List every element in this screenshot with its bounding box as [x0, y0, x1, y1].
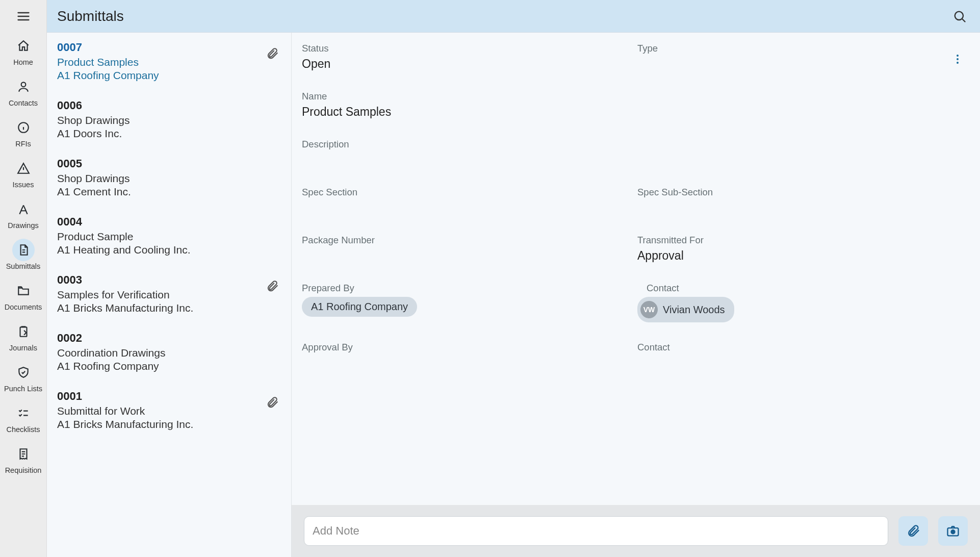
value-package-number [302, 249, 629, 263]
label-package-number: Package Number [302, 235, 629, 246]
sidebar-item-documents[interactable]: Documents [4, 275, 42, 316]
submittal-company: A1 Cement Inc. [57, 186, 281, 198]
label-prepared-contact: Contact [637, 283, 965, 294]
attachment-icon [906, 524, 920, 538]
label-transmitted-for: Transmitted For [637, 235, 965, 246]
camera-button[interactable] [938, 516, 968, 546]
submittal-title: Shop Drawings [57, 114, 281, 126]
menu-button[interactable] [11, 4, 36, 29]
info-icon [12, 116, 35, 139]
hamburger-icon [16, 9, 31, 23]
value-transmitted-for: Approval [637, 249, 965, 263]
sidebar-item-label: Drawings [8, 221, 38, 230]
sidebar-item-requisition[interactable]: Requisition [4, 439, 42, 479]
attach-button[interactable] [898, 516, 928, 546]
submittal-list-item[interactable]: 0001Submittal for WorkA1 Bricks Manufact… [47, 384, 291, 442]
add-note-input[interactable] [304, 516, 888, 546]
label-spec-section: Spec Section [302, 187, 629, 198]
value-approval-by [302, 356, 629, 370]
submittal-number: 0001 [57, 390, 281, 403]
sidebar-item-label: Punch Lists [4, 385, 42, 393]
field-status: Status Open [302, 43, 629, 71]
value-type [637, 57, 965, 71]
checklist-icon [12, 402, 35, 424]
sidebar-item-punchlists[interactable]: Punch Lists [4, 357, 42, 398]
receipt-icon [12, 443, 35, 465]
label-name: Name [302, 91, 965, 102]
label-spec-sub-section: Spec Sub-Section [637, 187, 965, 198]
label-approval-by: Approval By [302, 342, 629, 353]
label-status: Status [302, 43, 629, 54]
submittal-list-item[interactable]: 0002Coordination DrawingsA1 Roofing Comp… [47, 325, 291, 384]
submittal-number: 0003 [57, 273, 281, 287]
attachment-icon [266, 280, 279, 295]
svg-point-6 [957, 58, 959, 60]
shield-check-icon [12, 361, 35, 384]
attachment-icon [266, 47, 279, 62]
svg-point-9 [951, 530, 955, 534]
label-type: Type [637, 43, 965, 54]
submittal-title: Product Sample [57, 231, 281, 243]
content-area: 0007Product SamplesA1 Roofing Company000… [47, 33, 980, 557]
clipboard-icon [12, 320, 35, 343]
prepared-contact-chip[interactable]: VW Vivian Woods [637, 297, 734, 322]
value-spec-sub-section [637, 201, 965, 215]
field-approval-by: Approval By [302, 342, 629, 370]
sidebar-item-rfis[interactable]: RFIs [4, 112, 42, 153]
submittal-number: 0007 [57, 41, 281, 54]
page-title: Submittals [57, 8, 124, 24]
sidebar-item-journals[interactable]: Journals [4, 316, 42, 357]
home-icon [12, 35, 35, 57]
submittal-number: 0002 [57, 332, 281, 345]
camera-icon [946, 524, 960, 538]
sidebar-item-checklists[interactable]: Checklists [4, 398, 42, 439]
prepared-by-value: A1 Roofing Company [311, 301, 408, 313]
avatar: VW [640, 301, 658, 318]
field-type: Type [637, 43, 965, 71]
submittal-list-item[interactable]: 0007Product SamplesA1 Roofing Company [47, 35, 291, 93]
submittal-title: Submittal for Work [57, 405, 281, 417]
sidebar-item-drawings[interactable]: Drawings [4, 194, 42, 235]
submittal-company: A1 Bricks Manufacturing Inc. [57, 418, 281, 431]
sidebar-item-label: Checklists [6, 425, 40, 434]
submittal-company: A1 Heating and Cooling Inc. [57, 244, 281, 256]
sidebar-item-label: Submittals [6, 262, 41, 270]
prepared-by-chip[interactable]: A1 Roofing Company [302, 297, 417, 317]
sidebar-item-issues[interactable]: Issues [4, 153, 42, 194]
submittal-company: A1 Doors Inc. [57, 128, 281, 140]
drafting-icon [12, 198, 35, 220]
submittals-list[interactable]: 0007Product SamplesA1 Roofing Company000… [47, 33, 292, 557]
submittal-title: Samples for Verification [57, 289, 281, 301]
value-spec-section [302, 201, 629, 215]
submittal-list-item[interactable]: 0006Shop DrawingsA1 Doors Inc. [47, 93, 291, 151]
sidebar-item-submittals[interactable]: Submittals [4, 235, 42, 275]
submittal-company: A1 Roofing Company [57, 360, 281, 372]
folder-icon [12, 280, 35, 302]
attachment-icon [266, 396, 279, 411]
field-name: Name Product Samples [302, 91, 965, 119]
field-spec-section: Spec Section [302, 187, 629, 215]
submittal-number: 0005 [57, 157, 281, 170]
value-name: Product Samples [302, 105, 965, 119]
field-prepared-contact: Contact VW Vivian Woods [637, 283, 965, 322]
main-area: Submittals 0007Product SamplesA1 Roofing… [47, 0, 980, 557]
sidebar-item-contacts[interactable]: Contacts [4, 71, 42, 112]
field-description: Description [302, 139, 965, 167]
sidebar-item-label: Issues [13, 181, 34, 189]
more-options-button[interactable] [947, 49, 968, 69]
field-package-number: Package Number [302, 235, 629, 263]
submittal-title: Shop Drawings [57, 172, 281, 185]
sidebar-item-label: Journals [9, 344, 37, 352]
submittal-list-item[interactable]: 0005Shop DrawingsA1 Cement Inc. [47, 151, 291, 209]
field-approval-contact: Contact [637, 342, 965, 370]
svg-point-0 [21, 82, 25, 87]
value-description [302, 153, 965, 167]
submittal-list-item[interactable]: 0004Product SampleA1 Heating and Cooling… [47, 209, 291, 267]
submittal-list-item[interactable]: 0003Samples for VerificationA1 Bricks Ma… [47, 267, 291, 325]
svg-point-5 [957, 55, 959, 57]
label-prepared-by: Prepared By [302, 283, 629, 294]
submittal-number: 0006 [57, 99, 281, 112]
sidebar-item-home[interactable]: Home [4, 31, 42, 71]
search-button[interactable] [949, 6, 970, 27]
field-transmitted-for: Transmitted For Approval [637, 235, 965, 263]
